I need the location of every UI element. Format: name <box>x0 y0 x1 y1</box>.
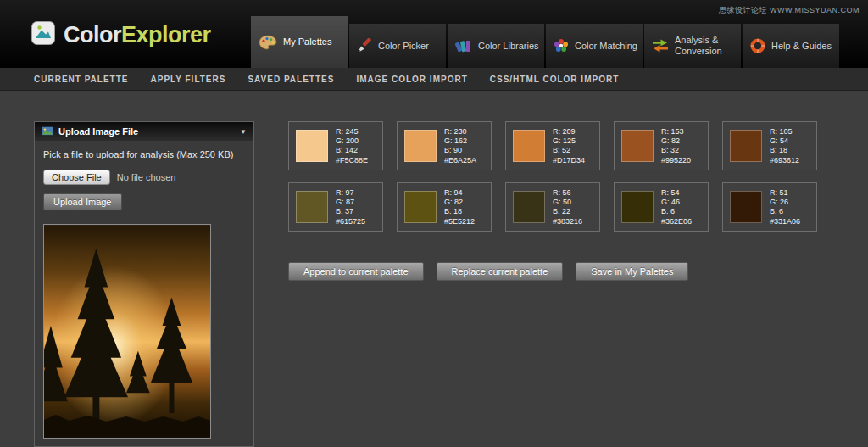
color-swatch-card[interactable]: R: 105 G: 54 B: 18 #693612 <box>722 121 817 170</box>
top-bar: ColorExplorer 思缘设计论坛 WWW.MISSYUAN.COM My… <box>0 0 868 68</box>
swatch-info: R: 153 G: 82 B: 32 #995220 <box>661 127 691 165</box>
color-swatch-card[interactable]: R: 97 G: 87 B: 37 #615725 <box>288 182 383 232</box>
main-content: Upload Image File ▼ Pick a file to uploa… <box>0 91 868 447</box>
swatch-hex-value: #F5C88E <box>336 156 368 165</box>
swatch-hex-value: #362E06 <box>661 217 692 226</box>
swatch-info: R: 54 G: 46 B: 6 #362E06 <box>661 188 692 226</box>
tab-label: Color Picker <box>378 41 429 52</box>
swatch-info: R: 97 G: 87 B: 37 #615725 <box>336 188 365 226</box>
subnav-css-html-color-import[interactable]: CSS/HTML COLOR IMPORT <box>490 75 619 84</box>
swatch-blue-value: B: 52 <box>553 146 585 155</box>
swatch-color-box <box>621 191 654 223</box>
swatch-blue-value: B: 18 <box>770 146 799 155</box>
swatch-hex-value: #615725 <box>336 217 365 226</box>
tab-help-guides[interactable]: Help & Guides <box>743 24 839 68</box>
tab-color-picker[interactable]: Color Picker <box>349 24 446 68</box>
convert-arrows-icon <box>652 39 669 53</box>
replace-palette-button[interactable]: Replace current palette <box>437 262 564 281</box>
app-title-primary: Color <box>64 22 121 47</box>
swatch-blue-value: B: 90 <box>444 146 476 155</box>
save-in-my-palettes-button[interactable]: Save in My Palettes <box>576 262 688 281</box>
color-swatch-card[interactable]: R: 245 G: 200 B: 142 #F5C88E <box>288 121 383 170</box>
main-nav-tabs: My Palettes Color Picker Color Librari <box>251 16 839 68</box>
upload-panel-body: Pick a file to upload for analysis (Max … <box>35 141 253 447</box>
color-swatch-card[interactable]: R: 51 G: 26 B: 6 #331A06 <box>722 182 817 232</box>
tab-label: Color Libraries <box>478 41 539 52</box>
swatch-hex-value: #5E5212 <box>444 217 475 226</box>
tab-my-palettes[interactable]: My Palettes <box>251 16 348 68</box>
color-swatch-card[interactable]: R: 94 G: 82 B: 18 #5E5212 <box>397 182 492 232</box>
color-swatch-card[interactable]: R: 54 G: 46 B: 6 #362E06 <box>614 182 709 232</box>
upload-image-panel: Upload Image File ▼ Pick a file to uploa… <box>34 121 254 447</box>
swatch-info: R: 230 G: 162 B: 90 #E6A25A <box>444 127 476 165</box>
swatch-red-value: R: 209 <box>553 127 585 137</box>
upload-panel-title: Upload Image File <box>58 126 235 137</box>
choose-file-button[interactable]: Choose File <box>43 170 110 185</box>
tab-label: Analysis & Conversion <box>675 35 737 57</box>
swatch-color-box <box>404 130 437 162</box>
color-swatch-card[interactable]: R: 56 G: 50 B: 22 #383216 <box>505 182 600 232</box>
palette-icon <box>259 35 277 50</box>
color-swatch-card[interactable]: R: 230 G: 162 B: 90 #E6A25A <box>397 121 492 170</box>
swatch-color-box <box>296 191 328 223</box>
subnav-current-palette[interactable]: CURRENT PALETTE <box>34 75 128 84</box>
swatch-color-box <box>513 191 545 223</box>
swatch-info: R: 51 G: 26 B: 6 #331A06 <box>770 188 800 226</box>
swatch-red-value: R: 56 <box>553 188 582 198</box>
app-title-secondary: Explorer <box>121 22 211 47</box>
swatch-red-value: R: 51 <box>770 188 800 198</box>
color-swatch-card[interactable]: R: 153 G: 82 B: 32 #995220 <box>614 121 709 170</box>
swatch-info: R: 105 G: 54 B: 18 #693612 <box>770 127 799 165</box>
swatch-info: R: 94 G: 82 B: 18 #5E5212 <box>444 188 475 226</box>
swatch-hex-value: #383216 <box>553 217 582 226</box>
subnav-saved-palettes[interactable]: SAVED PALETTES <box>248 75 334 84</box>
swatch-green-value: G: 162 <box>444 137 476 146</box>
swatch-color-box <box>730 191 762 223</box>
tab-label: Help & Guides <box>771 41 832 52</box>
subnav-image-color-import[interactable]: IMAGE COLOR IMPORT <box>356 75 467 84</box>
swatch-hex-value: #693612 <box>770 156 799 165</box>
swatch-hex-value: #D17D34 <box>553 156 585 165</box>
swatch-green-value: G: 125 <box>553 137 585 146</box>
upload-instruction: Pick a file to upload for analysis (Max … <box>43 149 245 159</box>
tab-color-libraries[interactable]: Color Libraries <box>448 24 544 68</box>
chevron-down-icon[interactable]: ▼ <box>240 128 247 136</box>
swatch-red-value: R: 153 <box>661 127 691 137</box>
swatch-book-icon <box>455 38 472 53</box>
swatch-color-box <box>621 130 654 162</box>
palette-actions: Append to current palette Replace curren… <box>288 262 688 281</box>
tab-label: My Palettes <box>283 36 331 47</box>
app-logo[interactable]: ColorExplorer <box>31 20 211 49</box>
swatch-green-value: G: 54 <box>770 137 799 146</box>
swatch-red-value: R: 97 <box>336 188 365 198</box>
swatch-red-value: R: 245 <box>336 127 368 137</box>
swatch-hex-value: #331A06 <box>770 217 800 226</box>
swatch-red-value: R: 94 <box>444 188 475 198</box>
swatch-blue-value: B: 6 <box>770 207 800 216</box>
swatch-blue-value: B: 18 <box>444 207 475 216</box>
swatch-red-value: R: 54 <box>661 188 692 198</box>
upload-image-button[interactable]: Upload Image <box>43 193 122 210</box>
watermark-text: 思缘设计论坛 WWW.MISSYUAN.COM <box>719 5 860 16</box>
swatch-info: R: 209 G: 125 B: 52 #D17D34 <box>553 127 585 165</box>
swatch-color-box <box>296 130 328 162</box>
tab-analysis-conversion[interactable]: Analysis & Conversion <box>644 24 741 68</box>
image-file-icon <box>42 124 53 139</box>
swatch-color-box <box>404 191 437 223</box>
subnav-apply-filters[interactable]: APPLY FILTERS <box>150 75 225 84</box>
append-to-palette-button[interactable]: Append to current palette <box>288 262 424 281</box>
tab-label: Color Matching <box>575 41 637 52</box>
color-swatch-card[interactable]: R: 209 G: 125 B: 52 #D17D34 <box>505 121 600 170</box>
swatch-color-box <box>513 130 545 162</box>
swatch-green-value: G: 50 <box>553 198 582 207</box>
swatch-hex-value: #E6A25A <box>444 156 476 165</box>
upload-panel-header[interactable]: Upload Image File ▼ <box>35 122 253 141</box>
swatch-info: R: 245 G: 200 B: 142 #F5C88E <box>336 127 368 165</box>
uploaded-image-preview <box>43 224 211 439</box>
extracted-colors-grid: R: 245 G: 200 B: 142 #F5C88E R: 230 G: 1… <box>288 121 848 232</box>
tab-color-matching[interactable]: Color Matching <box>546 24 643 68</box>
file-input-row: Choose File No file chosen <box>43 170 245 185</box>
swatch-green-value: G: 26 <box>770 198 800 207</box>
file-status-text: No file chosen <box>117 172 176 182</box>
brush-icon <box>357 38 372 53</box>
